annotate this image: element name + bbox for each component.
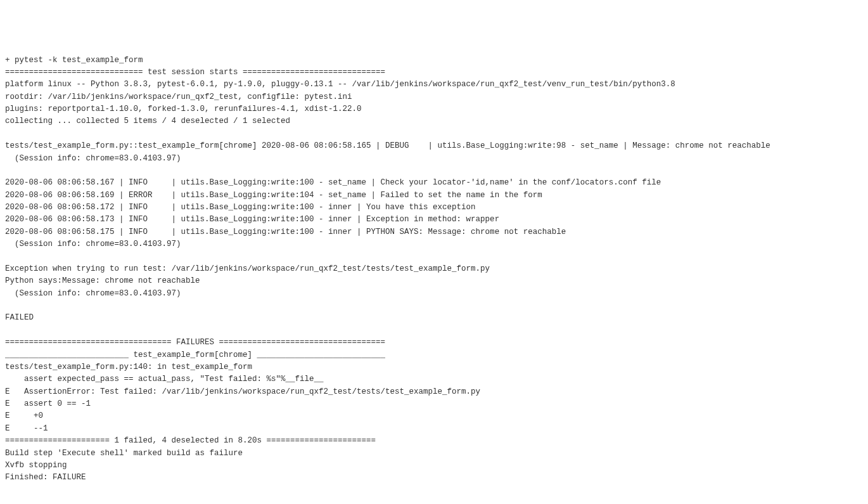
terminal-line: Exception when trying to run test: /var/… bbox=[5, 264, 490, 273]
terminal-line: 2020-08-06 08:06:58.167 | INFO | utils.B… bbox=[5, 178, 661, 187]
terminal-line: Build step 'Execute shell' marked build … bbox=[5, 449, 243, 458]
terminal-line: 2020-08-06 08:06:58.173 | INFO | utils.B… bbox=[5, 215, 499, 224]
terminal-line: FAILED bbox=[5, 313, 34, 322]
terminal-line: __________________________ test_example_… bbox=[5, 351, 385, 359]
terminal-line: + pytest -k test_example_form bbox=[5, 56, 143, 65]
terminal-line: (Session info: chrome=83.0.4103.97) bbox=[5, 154, 181, 163]
terminal-line: platform linux -- Python 3.8.3, pytest-6… bbox=[5, 80, 675, 89]
terminal-line: E assert 0 == -1 bbox=[5, 399, 91, 408]
terminal-line: E +0 bbox=[5, 411, 43, 420]
terminal-line: =================================== FAIL… bbox=[5, 338, 385, 347]
terminal-line: ====================== 1 failed, 4 desel… bbox=[5, 436, 376, 445]
terminal-line: plugins: reportportal-1.10.0, forked-1.3… bbox=[5, 105, 362, 113]
terminal-line: (Session info: chrome=83.0.4103.97) bbox=[5, 289, 181, 298]
terminal-line: collecting ... collected 5 items / 4 des… bbox=[5, 117, 290, 126]
terminal-line: 2020-08-06 08:06:58.169 | ERROR | utils.… bbox=[5, 191, 542, 200]
terminal-line: E AssertionError: Test failed: /var/lib/… bbox=[5, 387, 480, 396]
terminal-line: Python says:Message: chrome not reachabl… bbox=[5, 276, 200, 285]
terminal-line: ============================= test sessi… bbox=[5, 68, 385, 77]
terminal-line: 2020-08-06 08:06:58.172 | INFO | utils.B… bbox=[5, 203, 476, 212]
terminal-output: + pytest -k test_example_form ==========… bbox=[5, 55, 863, 484]
terminal-line: Finished: FAILURE bbox=[5, 473, 86, 482]
terminal-line: 2020-08-06 08:06:58.175 | INFO | utils.B… bbox=[5, 228, 566, 236]
terminal-line: E --1 bbox=[5, 424, 48, 433]
terminal-line: assert expected_pass == actual_pass, "Te… bbox=[5, 375, 324, 384]
terminal-line: tests/test_example_form.py::test_example… bbox=[5, 141, 770, 150]
terminal-line: (Session info: chrome=83.0.4103.97) bbox=[5, 240, 181, 249]
terminal-line: tests/test_example_form.py:140: in test_… bbox=[5, 363, 252, 372]
terminal-line: rootdir: /var/lib/jenkins/workspace/run_… bbox=[5, 93, 352, 101]
terminal-line: Xvfb stopping bbox=[5, 461, 67, 470]
